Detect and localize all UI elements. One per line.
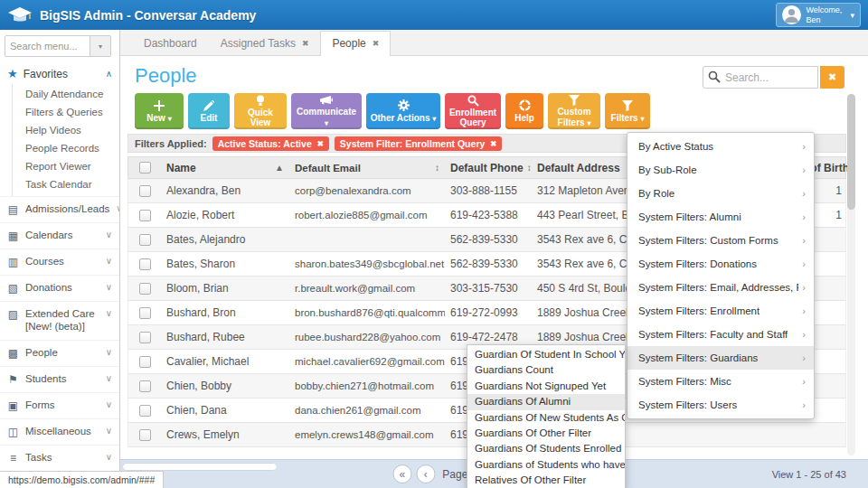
sidebar-item-label: Donations xyxy=(25,282,72,295)
tab[interactable]: Dashboard xyxy=(132,30,209,55)
vertical-scrollbar-thumb[interactable] xyxy=(847,94,855,210)
sidebar-item[interactable]: ▣ Forms ∨ xyxy=(0,392,119,418)
filters-menu-item[interactable]: System Filters: Misc › xyxy=(627,370,814,393)
guardians-submenu-item[interactable]: Guardian Of Student In School Y... xyxy=(467,347,625,362)
horizontal-scrollbar-thumb[interactable] xyxy=(122,463,278,471)
menu-item-label: By Sub-Role xyxy=(638,164,697,175)
quick-view-button[interactable]: Quick View xyxy=(234,93,287,129)
row-checkbox[interactable] xyxy=(139,185,151,197)
cell-email: r.breault.work@gmail.com xyxy=(289,283,445,294)
help-button[interactable]: Help xyxy=(505,93,543,129)
caret-down-icon: ▾ xyxy=(99,42,102,51)
sort-icon[interactable]: ↕ xyxy=(527,163,532,173)
column-header-phone[interactable]: Default Phone↕ xyxy=(445,162,532,174)
filters-menu-item[interactable]: System Filters: Faculty and Staff › xyxy=(627,323,814,346)
favorites-item[interactable]: Help Videos xyxy=(13,121,119,139)
filters-menu-item[interactable]: System Filters: Custom Forms › xyxy=(627,229,814,252)
guardians-submenu-item[interactable]: Guardians Of New Students As Of xyxy=(467,410,625,426)
submenu-arrow-icon: › xyxy=(802,141,806,152)
favorites-item[interactable]: Report Viewer xyxy=(13,157,119,175)
row-checkbox[interactable] xyxy=(139,356,151,368)
vertical-scrollbar[interactable] xyxy=(847,94,855,455)
filter-badge[interactable]: Active Status: Active ✖ xyxy=(212,136,329,151)
enrollment-query-button-label: Enrollment Query xyxy=(448,108,497,128)
filters-menu-item[interactable]: System Filters: Email, Addresses, Phones… xyxy=(627,276,814,299)
prev-page-button[interactable]: ‹ xyxy=(416,465,435,483)
sort-icon[interactable]: ↕ xyxy=(435,163,439,173)
favorites-item[interactable]: People Records xyxy=(13,139,119,157)
filters-menu-item[interactable]: System Filters: Enrollment › xyxy=(627,299,814,323)
edit-button[interactable]: Edit xyxy=(188,93,230,129)
new-button[interactable]: New ▾ xyxy=(135,93,184,129)
row-checkbox[interactable] xyxy=(139,234,151,246)
sidebar-item[interactable]: ▥ Courses ∨ xyxy=(0,249,119,275)
filters-menu-item[interactable]: By Sub-Role › xyxy=(627,158,814,182)
communicate-button[interactable]: Communicate ▾ xyxy=(291,93,362,129)
chevron-down-icon: ∨ xyxy=(106,282,112,292)
filters-menu-item[interactable]: By Role › xyxy=(627,182,814,205)
cell-phone: 562-839-5330 xyxy=(445,233,532,246)
row-checkbox[interactable] xyxy=(139,429,151,441)
row-checkbox[interactable] xyxy=(139,258,151,270)
filters-button[interactable]: Filters ▾ xyxy=(605,93,650,129)
favorites-item[interactable]: Task Calendar xyxy=(13,175,119,193)
select-all-checkbox[interactable] xyxy=(139,162,151,174)
filter-badge[interactable]: System Filter: Enrollment Query ✖ xyxy=(335,136,503,151)
filters-menu-item[interactable]: System Filters: Users › xyxy=(627,393,814,417)
sidebar-item[interactable]: ◫ Miscellaneous ∨ xyxy=(0,418,119,445)
sidebar-item[interactable]: ▨ Extended Care [New! (beta)] ∨ xyxy=(0,301,119,340)
guardians-submenu-item[interactable]: Relatives Of Other Filter xyxy=(467,473,625,488)
cell-email: rubee.bushard228@yahoo.com xyxy=(289,332,445,343)
row-checkbox[interactable] xyxy=(139,405,151,417)
close-icon[interactable]: ✖ xyxy=(373,39,380,48)
guardians-submenu-item[interactable]: Guardians of Students who have... xyxy=(467,457,625,473)
user-menu[interactable]: Welcome, Ben ▾ xyxy=(776,3,861,27)
custom-filters-button[interactable]: Custom Filters ▾ xyxy=(548,93,600,129)
tab[interactable]: Assigned Tasks ✖ xyxy=(209,30,321,55)
favorites-item[interactable]: Daily Attendance xyxy=(13,85,119,103)
favorites-item[interactable]: Filters & Queries xyxy=(13,103,119,121)
sidebar-item[interactable]: ▧ Donations ∨ xyxy=(0,275,119,301)
cell-email: dana.chien261@gmail.com xyxy=(289,405,445,416)
search-clear-button[interactable]: ✖ xyxy=(820,66,844,89)
menu-search-input[interactable] xyxy=(5,35,90,57)
tab[interactable]: People ✖ xyxy=(320,31,391,56)
row-checkbox[interactable] xyxy=(139,283,151,295)
app-window: BigSIS Admin - Conversar Academy Welcome… xyxy=(0,0,868,488)
close-icon[interactable]: ✖ xyxy=(302,39,309,48)
sidebar-item[interactable]: ▦ Calendars ∨ xyxy=(0,222,119,249)
sidebar-item[interactable]: ≡ Tasks ∨ xyxy=(0,445,119,471)
sort-asc-icon[interactable]: ▲ xyxy=(275,163,284,173)
filters-menu-item[interactable]: System Filters: Guardians › xyxy=(627,346,814,370)
filters-menu-item[interactable]: System Filters: Donations › xyxy=(627,252,814,276)
guardians-submenu-item[interactable]: Guardians Count xyxy=(467,362,625,378)
row-checkbox[interactable] xyxy=(139,332,151,343)
sidebar-section-favorites[interactable]: ★ Favorites ∧ xyxy=(0,62,119,84)
sidebar-item[interactable]: ▩ People ∨ xyxy=(0,340,119,366)
top-bar: BigSIS Admin - Conversar Academy Welcome… xyxy=(0,0,868,30)
guardians-submenu-item[interactable]: Guardians Not Signuped Yet xyxy=(467,379,625,394)
cell-name: Bates, Sharon xyxy=(161,258,289,270)
prev-page-icon: ‹ xyxy=(424,468,428,481)
communicate-button-label: Communicate xyxy=(297,107,356,117)
guardians-submenu-item[interactable]: Guardians Of Alumni xyxy=(467,394,625,409)
close-icon[interactable]: ✖ xyxy=(317,139,324,148)
enrollment-query-button[interactable]: Enrollment Query xyxy=(445,93,501,129)
first-page-button[interactable]: « xyxy=(392,465,411,483)
row-checkbox[interactable] xyxy=(139,210,151,221)
guardians-submenu-item[interactable]: Guardians Of Students Enrolled In xyxy=(467,441,625,456)
filters-menu-item[interactable]: System Filters: Alumni › xyxy=(627,205,814,229)
row-checkbox-cell xyxy=(128,258,161,270)
close-icon[interactable]: ✖ xyxy=(490,139,496,148)
submenu-arrow-icon: › xyxy=(802,258,806,269)
row-checkbox[interactable] xyxy=(139,307,151,319)
row-checkbox[interactable] xyxy=(139,380,151,392)
sidebar-item[interactable]: ⚑ Students ∨ xyxy=(0,366,119,392)
column-header-email[interactable]: Default Email↕ xyxy=(289,163,445,174)
menu-search-caret-button[interactable]: ▾ xyxy=(90,35,111,57)
sidebar-item[interactable]: ▤ Admissions/Leads ∨ xyxy=(0,196,119,222)
column-header-name[interactable]: Name▲ xyxy=(161,162,289,174)
filters-menu-item[interactable]: By Active Status › xyxy=(627,135,814,158)
guardians-submenu-item[interactable]: Guardians Of Other Filter xyxy=(467,426,625,441)
other-actions-button[interactable]: Other Actions ▾ xyxy=(366,93,440,129)
